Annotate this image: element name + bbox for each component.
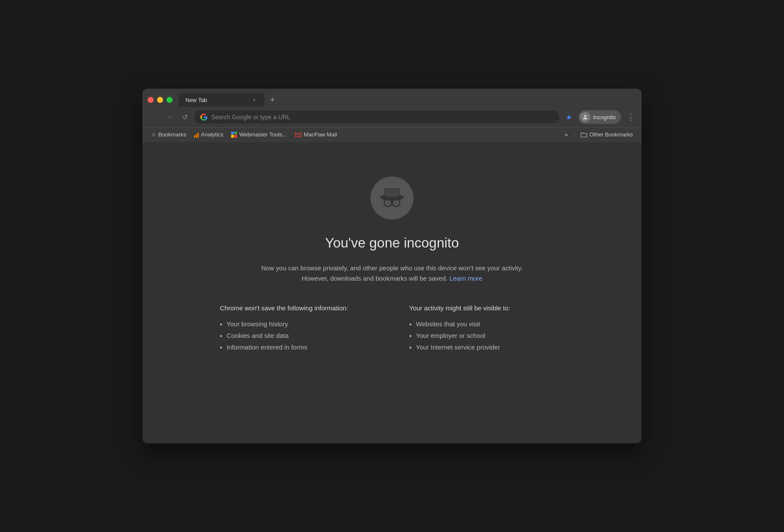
tab-title: New Tab (185, 97, 247, 103)
list-item: Cookies and site data (220, 330, 375, 342)
no-save-title: Chrome won't save the following informat… (220, 304, 375, 312)
webmaster-icon (231, 132, 237, 138)
incognito-avatar (580, 112, 590, 122)
still-visible-title: Your activity might still be visible to: (409, 304, 564, 312)
page-content: You've gone incognito Now you can browse… (142, 142, 642, 443)
svg-point-0 (584, 115, 586, 117)
tab-close-button[interactable]: × (251, 96, 258, 103)
list-item: Information entered in forms (220, 342, 375, 353)
still-visible-column: Your activity might still be visible to:… (409, 304, 564, 354)
overflow-label: » (565, 131, 568, 138)
bookmark-label: Other Bookmarks (590, 131, 633, 138)
svg-point-8 (386, 201, 390, 205)
analytics-icon (194, 132, 199, 138)
no-save-column: Chrome won't save the following informat… (220, 304, 375, 354)
bookmark-item-macpaw[interactable]: MacPaw Mail (291, 130, 340, 139)
url-input[interactable] (211, 114, 553, 121)
browser-window: New Tab × + ← → ↺ ★ (142, 89, 642, 443)
svg-point-9 (394, 201, 398, 205)
bookmark-label: Bookmarks (158, 131, 186, 138)
profile-button[interactable]: Incognito (578, 110, 621, 124)
info-columns: Chrome won't save the following informat… (220, 304, 564, 354)
gmail-icon (295, 132, 302, 137)
svg-rect-6 (378, 201, 384, 203)
chrome-menu-button[interactable]: ⋮ (624, 111, 636, 123)
back-button[interactable]: ← (148, 111, 160, 123)
address-bar[interactable] (194, 111, 559, 124)
description-line1: Now you can browse privately, and other … (261, 264, 523, 272)
bookmarks-separator (574, 131, 574, 138)
incognito-icon-circle (370, 176, 414, 220)
still-visible-list: Websites that you visit Your employer or… (409, 319, 564, 354)
address-row: ← → ↺ ★ Incognito ⋮ (142, 107, 642, 127)
incognito-heading: You've gone incognito (325, 235, 459, 251)
no-save-list: Your browsing history Cookies and site d… (220, 319, 375, 354)
tab-row: New Tab × + (148, 93, 636, 107)
star-icon: ☆ (151, 131, 156, 138)
incognito-description: Now you can browse privately, and other … (261, 263, 523, 284)
google-icon (200, 113, 208, 121)
maximize-traffic-light[interactable] (167, 97, 173, 103)
profile-label: Incognito (593, 114, 616, 121)
bookmark-label: Webmaster Tools... (239, 131, 287, 138)
bookmark-item-webmaster[interactable]: Webmaster Tools... (228, 130, 290, 139)
list-item: Websites that you visit (409, 319, 564, 330)
list-item: Your browsing history (220, 319, 375, 330)
incognito-hat-icon (378, 184, 406, 212)
bookmark-label: MacPaw Mail (304, 131, 337, 138)
svg-rect-7 (400, 201, 406, 203)
bookmarks-bar: ☆ Bookmarks Analytics Webmaster Tools... (142, 127, 642, 142)
svg-rect-10 (385, 189, 399, 197)
title-bar: New Tab × + (142, 89, 642, 107)
description-line2: However, downloads and bookmarks will be… (302, 275, 448, 282)
list-item: Your Internet service provider (409, 342, 564, 353)
bookmark-item-analytics[interactable]: Analytics (191, 130, 227, 139)
list-item: Your employer or school (409, 330, 564, 342)
new-tab-button[interactable]: + (266, 94, 278, 106)
close-traffic-light[interactable] (148, 97, 154, 103)
bookmark-item-bookmarks[interactable]: ☆ Bookmarks (148, 130, 190, 139)
bookmark-star-button[interactable]: ★ (563, 111, 575, 123)
bookmark-item-other[interactable]: Other Bookmarks (577, 130, 636, 139)
folder-icon (580, 132, 587, 138)
forward-button[interactable]: → (163, 111, 175, 123)
reload-button[interactable]: ↺ (179, 111, 191, 123)
traffic-lights (148, 97, 173, 103)
active-tab[interactable]: New Tab × (179, 93, 265, 107)
bookmarks-overflow-button[interactable]: » (562, 130, 571, 139)
minimize-traffic-light[interactable] (157, 97, 163, 103)
bookmark-label: Analytics (201, 131, 223, 138)
learn-more-link[interactable]: Learn more (449, 275, 482, 282)
